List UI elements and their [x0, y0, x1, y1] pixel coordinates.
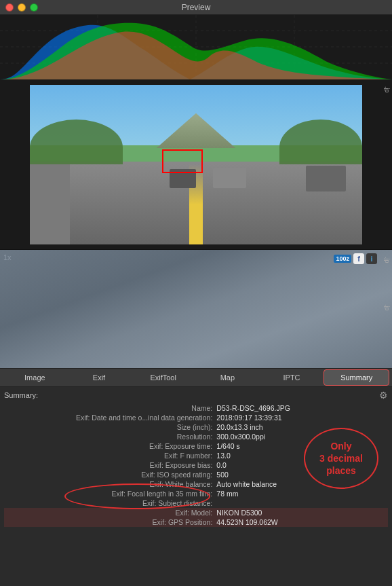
tab-exiftool[interactable]: ExifTool: [131, 369, 195, 386]
tab-exif[interactable]: Exif: [67, 369, 132, 386]
metadata-table: Name:D53-R-DSC_4696.JPGExif: Date and ti…: [4, 403, 388, 527]
table-row: Exif: ISO speed rating:500: [4, 470, 388, 479]
metadata-value: 13.0: [215, 451, 388, 460]
table-row: Exif: Exposure bias:0.0: [4, 460, 388, 470]
metadata-label: Exif: ISO speed rating:: [4, 470, 215, 479]
table-row: Exif: Subject distance:: [4, 498, 388, 508]
close-button[interactable]: [5, 3, 14, 12]
tab-bar: Image Exif ExifTool Map IPTC Summary: [0, 368, 392, 387]
zoom-badge: 100z: [334, 255, 351, 263]
metadata-value: 78 mm: [215, 489, 388, 498]
table-row: Exif: Exposure time:1/640 s: [4, 441, 388, 451]
metadata-label: Exif: Focal length in 35 mm film:: [4, 489, 215, 498]
metadata-value: 300.0x300.0ppi: [215, 432, 388, 441]
metadata-label: Exif: F number:: [4, 451, 215, 460]
street-scene: [30, 85, 362, 244]
table-row: Resolution:300.0x300.0ppi: [4, 432, 388, 441]
table-row: Size (inch):20.0x13.3 inch: [4, 422, 388, 432]
table-row: Exif: Date and time o...inal data genera…: [4, 413, 388, 422]
tab-summary[interactable]: Summary: [324, 369, 389, 386]
metadata-label: Exif: Date and time o...inal data genera…: [4, 413, 215, 422]
metadata-value: Auto white balance: [215, 479, 388, 489]
metadata-value: 20.0x13.3 inch: [215, 422, 388, 432]
gear-icon[interactable]: ⚙: [379, 390, 388, 401]
metadata-value: NIKON D5300: [215, 508, 388, 517]
table-row: Exif: F number:13.0: [4, 451, 388, 460]
metadata-label: Exif: GPS Position:: [4, 517, 215, 527]
right-label-1: .jp: [384, 86, 391, 93]
window-title: Preview: [182, 3, 211, 12]
metadata-value: 44.523N 109.062W: [215, 517, 388, 527]
histogram-chart: [0, 15, 392, 79]
metadata-value: D53-R-DSC_4696.JPG: [215, 403, 388, 413]
zoom-area: 1x .jp .jp 100z f i: [0, 249, 392, 368]
info-icon[interactable]: i: [366, 253, 377, 264]
facebook-icon[interactable]: f: [353, 253, 364, 264]
minimize-button[interactable]: [18, 3, 26, 12]
metadata-label: Exif: Model:: [4, 508, 215, 517]
tab-iptc[interactable]: IPTC: [260, 369, 324, 386]
metadata-value: 1/640 s: [215, 441, 388, 451]
table-row: Exif: Focal length in 35 mm film:78 mm: [4, 489, 388, 498]
metadata-label: Exif: Subject distance:: [4, 498, 215, 508]
right-label-3: .jp: [384, 304, 391, 311]
metadata-label: Size (inch):: [4, 422, 215, 432]
info-header: Summary: ⚙: [4, 390, 388, 401]
table-row: Exif: Model:NIKON D5300: [4, 508, 388, 517]
right-label-2: .jp: [384, 257, 391, 263]
info-header-label: Summary:: [4, 391, 38, 399]
metadata-label: Exif: Exposure bias:: [4, 460, 215, 470]
tab-map[interactable]: Map: [195, 369, 260, 386]
maximize-button[interactable]: [30, 3, 38, 12]
info-panel: Summary: ⚙ Name:D53-R-DSC_4696.JPGExif: …: [0, 387, 392, 530]
titlebar: Preview: [0, 0, 392, 15]
metadata-value: 0.0: [215, 460, 388, 470]
metadata-value: 2018:09:17 13:39:31: [215, 413, 388, 422]
metadata-value: 500: [215, 470, 388, 479]
table-row: Exif: GPS Position:44.523N 109.062W: [4, 517, 388, 527]
toolbar-icons: 100z f i: [334, 253, 377, 264]
table-row: Name:D53-R-DSC_4696.JPG: [4, 403, 388, 413]
metadata-label: Exif: White balance:: [4, 479, 215, 489]
metadata-label: Name:: [4, 403, 215, 413]
metadata-label: Exif: Exposure time:: [4, 441, 215, 451]
metadata-value: [215, 498, 388, 508]
selection-rectangle: [162, 149, 203, 173]
table-row: Exif: White balance:Auto white balance: [4, 479, 388, 489]
titlebar-buttons: [5, 3, 38, 12]
tab-image[interactable]: Image: [3, 369, 67, 386]
metadata-label: Resolution:: [4, 432, 215, 441]
main-image-area: .jp: [0, 79, 392, 249]
histogram-area: [0, 15, 392, 79]
